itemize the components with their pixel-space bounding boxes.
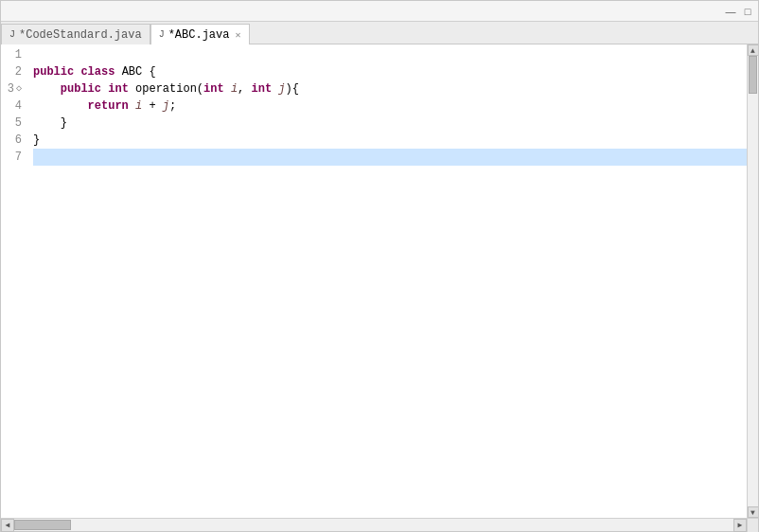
keyword-return: return [88, 98, 129, 115]
code-lines: public class ABC { public int [29, 44, 747, 518]
scrollbar-thumb-vertical[interactable] [749, 56, 757, 94]
editor-area: 1 2 3◇ 4 5 6 7 public class [1, 44, 758, 518]
line-number-7: 7 [1, 149, 22, 166]
line-numbers: 1 2 3◇ 4 5 6 7 [1, 44, 29, 518]
bottom-bar: ◀ ▶ [1, 518, 758, 531]
tab-codestandard[interactable]: J *CodeStandard.java [1, 24, 150, 44]
editor-window: — □ J *CodeStandard.java J *ABC.java ✕ 1… [0, 0, 759, 532]
scroll-right-arrow[interactable]: ▶ [733, 519, 747, 532]
scroll-left-arrow[interactable]: ◀ [1, 519, 14, 532]
line-number-6: 6 [1, 132, 22, 149]
code-area: 1 2 3◇ 4 5 6 7 public class [1, 44, 747, 518]
tab-abc-close[interactable]: ✕ [235, 29, 240, 41]
line-number-2: 2 [1, 63, 22, 80]
keyword-class: class [80, 63, 115, 80]
scrollbar-track-vertical[interactable] [748, 56, 758, 506]
keyword-int-j: int [251, 80, 272, 98]
h-scrollbar-track[interactable] [14, 519, 733, 531]
code-line-1 [33, 46, 747, 63]
code-line-7 [33, 149, 747, 166]
tab-codestandard-label: *CodeStandard.java [19, 28, 142, 42]
scroll-down-arrow[interactable]: ▼ [748, 506, 759, 518]
tab-codestandard-icon: J [9, 29, 15, 40]
scrollbar-corner [747, 519, 758, 532]
param-i: i [231, 80, 238, 98]
code-line-5: } [33, 115, 747, 132]
code-line-4: return i + j ; [33, 98, 747, 115]
tab-abc-icon: J [159, 29, 165, 40]
tab-abc-label: *ABC.java [168, 28, 230, 42]
param-j: j [278, 80, 285, 98]
title-bar: — □ [1, 1, 758, 22]
scrollbar-vertical[interactable]: ▲ ▼ [747, 44, 758, 518]
keyword-int-i: int [203, 80, 224, 98]
keyword-public-3: public [61, 80, 101, 98]
line-number-4: 4 [1, 98, 22, 115]
scroll-up-arrow[interactable]: ▲ [748, 44, 759, 56]
code-line-3: public int operation ( int i , int j [33, 80, 747, 98]
keyword-public-2: public [33, 63, 74, 80]
h-scrollbar-thumb[interactable] [14, 520, 71, 530]
tab-abc[interactable]: J *ABC.java ✕ [150, 24, 250, 44]
editor-content[interactable]: 1 2 3◇ 4 5 6 7 public class [1, 44, 747, 518]
maximize-button[interactable]: □ [741, 5, 754, 18]
method-operation: operation [135, 80, 197, 98]
title-bar-controls: — □ [724, 5, 754, 18]
var-j: j [163, 98, 169, 115]
line-number-3: 3◇ [1, 80, 22, 98]
keyword-int-3: int [108, 80, 129, 98]
tab-bar: J *CodeStandard.java J *ABC.java ✕ [1, 22, 758, 44]
line-number-5: 5 [1, 115, 22, 132]
line-number-1: 1 [1, 46, 22, 63]
code-line-2: public class ABC { [33, 63, 747, 80]
var-i: i [135, 98, 142, 115]
minimize-button[interactable]: — [724, 5, 737, 18]
classname-abc: ABC [122, 63, 143, 80]
code-line-6: } [33, 132, 747, 149]
h-scrollbar[interactable]: ◀ ▶ [1, 519, 747, 531]
